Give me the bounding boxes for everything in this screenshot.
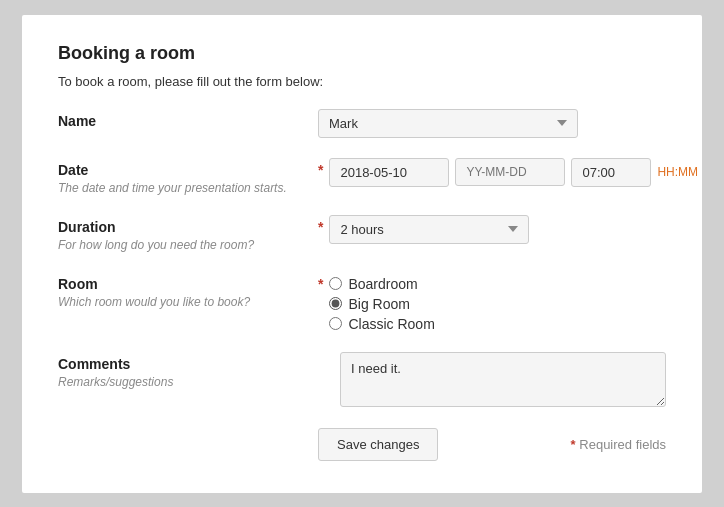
comments-textarea[interactable]: I need it.	[340, 352, 666, 407]
comments-label-col: Comments Remarks/suggestions	[58, 350, 318, 389]
duration-required-star: *	[318, 213, 323, 235]
name-label-col: Name	[58, 107, 318, 129]
date-format-hint-input[interactable]	[455, 158, 565, 186]
duration-label: Duration	[58, 219, 318, 235]
room-row: Room Which room would you like to book? …	[58, 270, 666, 332]
date-label-col: Date The date and time your presentation…	[58, 156, 318, 195]
duration-input-col: 1 hour 2 hours 3 hours 4 hours	[329, 213, 666, 244]
page-title: Booking a room	[58, 43, 666, 64]
room-classicroom-label: Classic Room	[348, 316, 434, 332]
intro-text: To book a room, please fill out the form…	[58, 74, 666, 89]
date-hint: The date and time your presentation star…	[58, 181, 318, 195]
room-boardroom-option[interactable]: Boardroom	[329, 276, 666, 292]
room-label: Room	[58, 276, 318, 292]
room-boardroom-label: Boardroom	[348, 276, 417, 292]
room-boardroom-radio[interactable]	[329, 277, 342, 290]
required-star-icon: *	[571, 437, 576, 452]
duration-hint: For how long do you need the room?	[58, 238, 318, 252]
date-required-star: *	[318, 156, 323, 178]
booking-form-card: Booking a room To book a room, please fi…	[22, 15, 702, 493]
time-input[interactable]	[571, 158, 651, 187]
room-bigroom-option[interactable]: Big Room	[329, 296, 666, 312]
duration-label-col: Duration For how long do you need the ro…	[58, 213, 318, 252]
room-bigroom-label: Big Room	[348, 296, 409, 312]
date-label: Date	[58, 162, 318, 178]
name-row: Name Mark Alice Bob Carol	[58, 107, 666, 138]
save-button[interactable]: Save changes	[318, 428, 438, 461]
date-row: Date The date and time your presentation…	[58, 156, 666, 195]
comments-row: Comments Remarks/suggestions I need it.	[58, 350, 666, 410]
time-format-hint: HH:MM	[657, 165, 698, 179]
comments-input-col: I need it.	[318, 350, 666, 410]
comments-hint: Remarks/suggestions	[58, 375, 318, 389]
duration-select[interactable]: 1 hour 2 hours 3 hours 4 hours	[329, 215, 529, 244]
required-note: * Required fields	[571, 437, 666, 452]
name-select[interactable]: Mark Alice Bob Carol	[318, 109, 578, 138]
room-classicroom-radio[interactable]	[329, 317, 342, 330]
comments-label: Comments	[58, 356, 318, 372]
room-radio-group: Boardroom Big Room Classic Room	[329, 272, 666, 332]
room-input-col: Boardroom Big Room Classic Room	[329, 270, 666, 332]
name-input-col: Mark Alice Bob Carol	[318, 107, 666, 138]
required-note-text: Required fields	[579, 437, 666, 452]
duration-row: Duration For how long do you need the ro…	[58, 213, 666, 252]
date-input-col: HH:MM	[329, 156, 698, 187]
room-bigroom-radio[interactable]	[329, 297, 342, 310]
footer-row: Save changes * Required fields	[58, 428, 666, 461]
room-required-star: *	[318, 270, 323, 292]
room-hint: Which room would you like to book?	[58, 295, 318, 309]
date-input[interactable]	[329, 158, 449, 187]
name-label: Name	[58, 113, 318, 129]
room-label-col: Room Which room would you like to book?	[58, 270, 318, 309]
room-classicroom-option[interactable]: Classic Room	[329, 316, 666, 332]
date-fields-row: HH:MM	[329, 158, 698, 187]
